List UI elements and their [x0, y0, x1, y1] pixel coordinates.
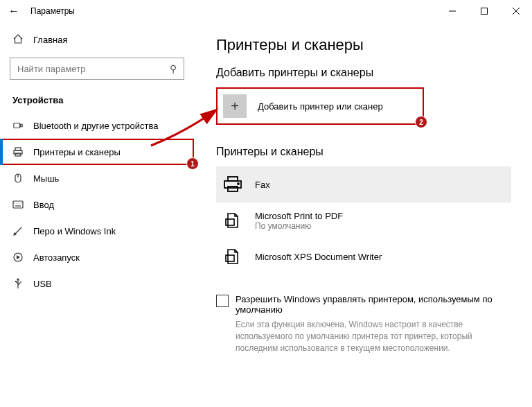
sidebar-item-typing[interactable]: Ввод — [0, 191, 194, 218]
window-title: Параметры — [30, 6, 75, 16]
svg-point-25 — [238, 183, 239, 184]
sidebar: Главная ⚲ Устройства Bluetooth и другие … — [0, 22, 194, 407]
keyboard-icon — [12, 199, 24, 210]
titlebar: ← Параметры — [0, 0, 532, 22]
search-box[interactable]: ⚲ — [10, 58, 184, 80]
home-icon — [12, 33, 24, 46]
printer-item-fax[interactable]: Fax — [216, 166, 511, 202]
sidebar-item-printers[interactable]: Принтеры и сканеры 1 — [0, 139, 194, 165]
annotation-badge-2: 2 — [415, 116, 427, 128]
svg-rect-5 — [21, 124, 23, 127]
autoplay-icon — [12, 252, 24, 263]
printer-item-xps[interactable]: Microsoft XPS Document Writer — [216, 239, 511, 275]
add-printer-button[interactable]: + Добавить принтер или сканер 2 — [216, 87, 424, 125]
sidebar-item-mouse[interactable]: Мышь — [0, 165, 194, 191]
svg-rect-20 — [15, 281, 17, 282]
svg-rect-11 — [13, 201, 23, 208]
mouse-icon — [12, 173, 24, 184]
sidebar-item-label: Перо и Windows Ink — [33, 226, 116, 236]
page-title: Принтеры и сканеры — [216, 36, 511, 54]
plus-icon: + — [223, 94, 247, 118]
sidebar-item-label: Принтеры и сканеры — [33, 147, 121, 157]
printer-name: Fax — [255, 180, 270, 190]
sidebar-item-label: Ввод — [33, 200, 54, 210]
sidebar-item-label: USB — [33, 279, 52, 289]
svg-rect-24 — [228, 187, 238, 191]
usb-icon — [12, 278, 24, 289]
svg-point-21 — [20, 282, 21, 283]
printer-icon — [12, 146, 24, 157]
list-section-header: Принтеры и сканеры — [216, 146, 511, 158]
sidebar-item-pen[interactable]: Перо и Windows Ink — [0, 218, 194, 244]
add-section-header: Добавить принтеры и сканеры — [216, 67, 511, 79]
svg-rect-27 — [226, 255, 234, 261]
back-button[interactable]: ← — [8, 5, 19, 17]
document-icon — [222, 245, 244, 268]
checkbox-description: Если эта функция включена, Windows настр… — [236, 319, 499, 354]
group-header: Устройства — [0, 91, 194, 112]
search-icon: ⚲ — [170, 63, 177, 74]
svg-rect-26 — [226, 219, 234, 225]
printer-device-icon — [222, 173, 244, 196]
sidebar-item-bluetooth[interactable]: Bluetooth и другие устройства — [0, 112, 194, 139]
checkbox-label: Разрешить Windows управлять принтером, и… — [236, 294, 511, 315]
printer-item-pdf[interactable]: Microsoft Print to PDF По умолчанию — [216, 202, 511, 239]
home-label: Главная — [33, 35, 67, 45]
printer-name: Microsoft XPS Document Writer — [255, 252, 382, 262]
document-icon — [222, 209, 244, 232]
bluetooth-icon — [12, 120, 24, 131]
search-input[interactable] — [17, 64, 170, 74]
sidebar-item-label: Мышь — [33, 173, 59, 184]
printer-sub: По умолчанию — [255, 221, 343, 231]
printer-name: Microsoft Print to PDF — [255, 211, 343, 221]
sidebar-item-autoplay[interactable]: Автозапуск — [0, 244, 194, 270]
svg-rect-4 — [14, 123, 20, 128]
maximize-button[interactable] — [468, 0, 500, 22]
checkbox[interactable] — [216, 295, 229, 307]
sidebar-item-label: Bluetooth и другие устройства — [33, 121, 158, 131]
svg-point-19 — [17, 279, 19, 280]
home-link[interactable]: Главная — [0, 28, 194, 52]
sidebar-item-usb[interactable]: USB — [0, 270, 194, 297]
svg-rect-6 — [15, 148, 21, 150]
content-area: Принтеры и сканеры Добавить принтеры и с… — [194, 22, 532, 407]
pen-icon — [12, 225, 24, 236]
svg-rect-1 — [481, 8, 488, 15]
sidebar-item-label: Автозапуск — [33, 252, 80, 263]
close-button[interactable] — [500, 0, 532, 22]
minimize-button[interactable] — [436, 0, 468, 22]
default-printer-checkbox-row[interactable]: Разрешить Windows управлять принтером, и… — [216, 294, 511, 354]
add-printer-label: Добавить принтер или сканер — [258, 101, 383, 112]
